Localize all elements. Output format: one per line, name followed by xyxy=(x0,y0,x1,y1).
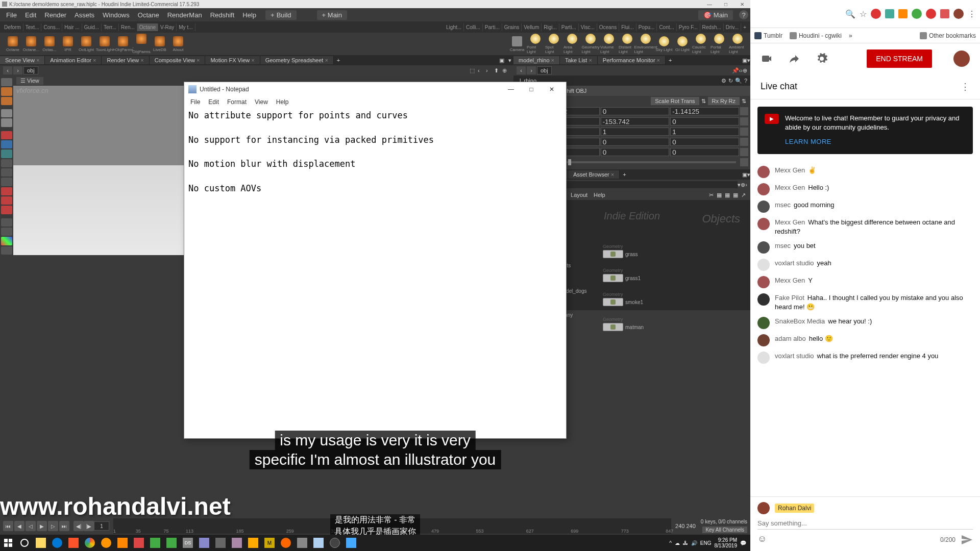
app-icon[interactable]: DS xyxy=(180,535,196,551)
select-tool-icon[interactable] xyxy=(1,78,12,86)
studio-icon[interactable] xyxy=(761,53,773,65)
tool-icon[interactable] xyxy=(1,140,12,148)
settings-gear-icon[interactable] xyxy=(816,53,828,65)
chat-messages[interactable]: Mexx Gen✌ Mexx GenHello :) msecgood morn… xyxy=(750,161,980,496)
rxryrz-button[interactable]: Rx Ry Rz xyxy=(708,97,740,105)
path-forward-icon[interactable]: › xyxy=(13,66,22,74)
desktop-build-button[interactable]: + Build xyxy=(265,10,297,20)
add-tab-button[interactable]: + xyxy=(334,56,343,64)
tool-icon[interactable] xyxy=(1,228,12,236)
net-icon[interactable]: ▦ xyxy=(731,192,740,198)
search-icon[interactable]: 🔍 xyxy=(735,78,742,84)
shelf-tab[interactable]: Ren... xyxy=(119,23,137,31)
shelf-icon[interactable]: -ObjParms xyxy=(133,34,150,54)
nav-icon[interactable]: ⊕ xyxy=(743,67,747,74)
tab-motion-fx-view[interactable]: Motion FX View× xyxy=(205,56,260,64)
shelf-tab[interactable]: Vellum xyxy=(522,23,542,31)
shelf-tab[interactable]: Oceans xyxy=(597,23,619,31)
app-icon[interactable] xyxy=(131,535,147,551)
tray-clock[interactable]: 9:26 PM 8/13/2019 xyxy=(715,537,738,548)
shelf-tab[interactable]: My t... xyxy=(177,23,195,31)
shelf-icon[interactable]: About xyxy=(169,34,187,54)
tab-render-view[interactable]: Render View× xyxy=(102,56,149,64)
chrome-icon[interactable] xyxy=(82,535,98,551)
add-tab-button[interactable]: + xyxy=(666,56,675,64)
tray-up-icon[interactable]: ^ xyxy=(669,540,672,546)
param-btn[interactable] xyxy=(740,138,748,146)
notepad-close-button[interactable]: ✕ xyxy=(542,82,562,96)
axis-tool-icon[interactable] xyxy=(1,237,12,245)
radial-main-button[interactable]: 🎯 Main xyxy=(698,10,733,20)
help-icon[interactable]: ? xyxy=(739,10,748,19)
scale-rot-trans-button[interactable]: Scale Rot Trans xyxy=(651,97,699,105)
menu-edit[interactable]: Edit xyxy=(21,10,40,20)
share-icon[interactable] xyxy=(788,53,800,65)
first-frame-button[interactable]: ⏮ xyxy=(3,521,13,531)
tab-perf-monitor[interactable]: Performance Monitor× xyxy=(598,56,666,64)
tray-network-icon[interactable]: 🖧 xyxy=(683,540,688,546)
play-button[interactable]: ▶ xyxy=(37,521,47,531)
view-button[interactable]: ☰ View xyxy=(16,77,43,85)
desktop-main-button[interactable]: + Main xyxy=(317,10,347,20)
nav-icon[interactable]: › xyxy=(745,182,747,188)
edge-icon[interactable] xyxy=(49,535,65,551)
ext-icon[interactable] xyxy=(912,9,922,19)
panel-menu-icon[interactable]: ▾ xyxy=(506,57,513,64)
ext-icon[interactable] xyxy=(871,9,881,19)
lock-tool-icon[interactable] xyxy=(1,118,12,127)
gear-icon[interactable]: ⚙ xyxy=(721,78,726,84)
shelf-tab[interactable]: Octane xyxy=(137,23,158,31)
chat-input[interactable] xyxy=(757,517,973,530)
shelf-tab[interactable]: Parti... xyxy=(559,23,579,31)
net-icon[interactable]: ▦ xyxy=(723,192,731,198)
param-btn[interactable] xyxy=(740,148,748,156)
profile-avatar-icon[interactable] xyxy=(953,9,964,19)
frame-field[interactable] xyxy=(94,521,109,531)
notepad-maximize-button[interactable]: □ xyxy=(521,82,542,96)
path-text[interactable]: obj xyxy=(23,66,38,74)
network-node[interactable]: Geometrygrass xyxy=(603,250,638,258)
bookmarks-overflow-icon[interactable]: » xyxy=(849,32,852,39)
shelf-tab[interactable]: Light... xyxy=(444,23,464,31)
menu-help[interactable]: Help xyxy=(238,10,260,20)
send-button-icon[interactable] xyxy=(961,534,973,546)
param-field[interactable] xyxy=(601,117,670,126)
shelf-tab[interactable]: Terr... xyxy=(102,23,119,31)
shelf-light-icon[interactable]: Distant Light xyxy=(619,34,636,54)
menu-windows[interactable]: Windows xyxy=(99,10,134,20)
param-field[interactable] xyxy=(670,138,739,146)
cortana-icon[interactable] xyxy=(16,535,33,551)
shelf-icon[interactable]: OctLight xyxy=(78,34,95,54)
tool-icon[interactable] xyxy=(1,159,12,167)
menu-render[interactable]: Render xyxy=(40,10,70,20)
shelf-light-icon[interactable]: Portal Light xyxy=(710,34,728,54)
tool-icon[interactable] xyxy=(1,178,12,186)
pin-icon[interactable]: 📌 xyxy=(732,67,739,74)
shelf-light-icon[interactable]: Point Light xyxy=(527,34,544,54)
houdini-task-icon[interactable] xyxy=(278,535,294,551)
param-field[interactable] xyxy=(601,107,670,115)
tab-param[interactable]: model_rhino× xyxy=(513,56,560,64)
tool-icon[interactable] xyxy=(1,168,12,177)
app-icon[interactable] xyxy=(163,535,180,551)
path-icon[interactable]: ⬆ xyxy=(494,67,502,74)
notepad-text-area[interactable]: No attribute support for points and curv… xyxy=(184,108,566,197)
shelf-light-icon[interactable]: Area Light xyxy=(564,34,581,54)
shelf-tab[interactable]: Driv... xyxy=(724,23,741,31)
ext-icon[interactable] xyxy=(885,9,894,18)
nav-forward-icon[interactable]: › xyxy=(527,66,536,74)
photos-icon[interactable] xyxy=(343,535,359,551)
path-icon[interactable]: ‹ xyxy=(478,67,486,73)
vlc-icon[interactable] xyxy=(114,535,131,551)
start-button[interactable] xyxy=(0,535,16,551)
zoom-icon[interactable]: 🔍 xyxy=(845,9,855,19)
shelf-icon[interactable]: Octane... xyxy=(22,34,40,54)
path-obj[interactable]: obj xyxy=(537,66,552,74)
app-icon[interactable] xyxy=(212,535,229,551)
param-field[interactable] xyxy=(601,128,670,136)
emoji-picker-icon[interactable]: ☺ xyxy=(757,534,770,546)
param-field[interactable] xyxy=(601,148,670,156)
shelf-light-icon[interactable]: Ambient Light xyxy=(729,34,746,54)
key-all-button[interactable]: Key All Channels xyxy=(702,527,747,533)
close-button[interactable]: ✕ xyxy=(736,2,748,7)
